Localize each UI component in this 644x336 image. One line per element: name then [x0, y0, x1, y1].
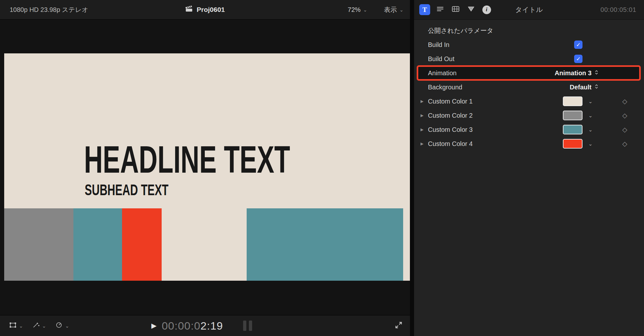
- pane-divider[interactable]: [410, 0, 414, 336]
- param-label: Custom Color 2: [428, 112, 473, 119]
- keyframe-diamond-icon[interactable]: ◇: [622, 97, 627, 105]
- color-swatch[interactable]: [563, 125, 582, 134]
- chevron-up-down-icon: [594, 84, 599, 91]
- keyframe-diamond-icon[interactable]: ◇: [622, 126, 627, 133]
- retime-speedometer-icon: [55, 322, 63, 330]
- build-out-checkbox[interactable]: ✓: [574, 55, 582, 63]
- chevron-down-icon: ⌄: [42, 323, 46, 328]
- zoom-level-dropdown[interactable]: 72% ⌄: [348, 6, 367, 14]
- param-label: Animation: [428, 69, 457, 77]
- retime-tool-button[interactable]: ⌄: [55, 322, 69, 330]
- disclosure-triangle-icon[interactable]: ▶: [421, 113, 423, 118]
- color-bar-gray: [4, 208, 73, 281]
- check-icon: ✓: [576, 56, 581, 62]
- chevron-down-icon[interactable]: ⌄: [588, 141, 592, 147]
- magic-wand-icon: [32, 322, 40, 330]
- play-button[interactable]: ▶: [151, 322, 156, 330]
- published-parameters-header: 公開されたパラメータ: [428, 26, 493, 35]
- transform-tool-icon: [9, 322, 17, 330]
- tab-video-inspector[interactable]: [450, 4, 461, 15]
- fullscreen-button[interactable]: [394, 315, 403, 336]
- param-row-build-out: Build Out ✓: [414, 52, 644, 66]
- param-label: Background: [428, 84, 462, 91]
- param-row-custom-color-2: ▶ Custom Color 2 ⌄ ◇: [414, 108, 644, 123]
- animation-value: Animation 3: [555, 69, 592, 77]
- section-header-row: 公開されたパラメータ: [414, 23, 644, 38]
- param-label: Custom Color 3: [428, 126, 473, 133]
- param-label: Build Out: [428, 55, 454, 63]
- enhance-tool-button[interactable]: ⌄: [32, 322, 46, 330]
- animation-popup-button[interactable]: Animation 3: [555, 66, 599, 80]
- background-popup-button[interactable]: Default: [570, 80, 599, 94]
- headline-text: HEADLINE TEXT: [84, 138, 290, 181]
- inspector-topbar: T: [414, 0, 644, 20]
- chevron-down-icon: ⌄: [65, 323, 69, 328]
- audio-meters[interactable]: [243, 321, 252, 331]
- param-label: Custom Color 1: [428, 98, 473, 105]
- color-bar-teal: [73, 208, 122, 281]
- chevron-down-icon[interactable]: ⌄: [588, 127, 592, 133]
- film-frame-icon: [452, 6, 459, 14]
- background-value: Default: [570, 84, 592, 91]
- text-lines-icon: [436, 6, 444, 14]
- keyframe-diamond-icon[interactable]: ◇: [622, 140, 627, 148]
- view-label: 表示: [384, 5, 397, 14]
- disclosure-triangle-icon[interactable]: ▶: [421, 127, 423, 132]
- param-row-background: Background Default: [414, 80, 644, 94]
- chevron-down-icon: ⌄: [399, 7, 403, 12]
- clapperboard-icon: [185, 5, 193, 14]
- tab-color-inspector[interactable]: [466, 4, 477, 15]
- audio-meter-right: [249, 321, 252, 331]
- color-board-icon: [467, 6, 475, 14]
- color-bar-teal-large: [247, 208, 403, 281]
- viewer-tools: ⌄ ⌄: [9, 315, 69, 336]
- param-row-custom-color-1: ▶ Custom Color 1 ⌄ ◇: [414, 94, 644, 108]
- viewer-pane: 1080p HD 23.98p ステレオ Proj0601: [0, 0, 410, 336]
- chevron-down-icon[interactable]: ⌄: [588, 98, 592, 104]
- param-row-animation: Animation Animation 3: [414, 66, 644, 80]
- disclosure-triangle-icon[interactable]: ▶: [421, 99, 423, 104]
- view-dropdown[interactable]: 表示 ⌄: [384, 5, 403, 14]
- build-in-checkbox[interactable]: ✓: [574, 41, 582, 49]
- color-swatch[interactable]: [563, 111, 582, 120]
- chevron-up-down-icon: [594, 69, 599, 77]
- chevron-down-icon[interactable]: ⌄: [588, 113, 592, 119]
- color-swatch[interactable]: [563, 96, 582, 106]
- viewer-toolbar: ⌄ ⌄: [0, 315, 410, 336]
- audio-meter-left: [243, 321, 246, 331]
- clip-duration: 00:00:05:01: [601, 0, 636, 19]
- chevron-down-icon: ⌄: [363, 7, 367, 12]
- info-icon: i: [482, 5, 491, 14]
- param-row-custom-color-3: ▶ Custom Color 3 ⌄ ◇: [414, 123, 644, 137]
- viewer-topbar-controls: 72% ⌄ 表示 ⌄: [348, 0, 403, 19]
- inspector-body: 公開されたパラメータ Build In ✓ Build Out ✓ Animat…: [414, 20, 644, 336]
- video-canvas: HEADLINE TEXT SUBHEAD TEXT: [4, 53, 410, 281]
- keyframe-diamond-icon[interactable]: ◇: [622, 112, 627, 119]
- param-row-build-in: Build In ✓: [414, 38, 644, 52]
- fcp-window: 1080p HD 23.98p ステレオ Proj0601: [0, 0, 644, 336]
- param-label: Build In: [428, 41, 450, 49]
- fullscreen-icon: [394, 321, 403, 331]
- project-name: Proj0601: [197, 6, 225, 14]
- param-row-custom-color-4: ▶ Custom Color 4 ⌄ ◇: [414, 137, 644, 151]
- tab-info-inspector[interactable]: i: [481, 4, 492, 15]
- viewer-topbar: 1080p HD 23.98p ステレオ Proj0601: [0, 0, 410, 20]
- letter-t-icon: T: [422, 6, 427, 14]
- timecode-bright: 2:19: [201, 320, 223, 332]
- inspector-pane: T: [414, 0, 644, 336]
- subhead-text: SUBHEAD TEXT: [85, 181, 168, 199]
- chevron-down-icon: ⌄: [19, 323, 23, 328]
- tab-text-inspector[interactable]: [435, 4, 446, 15]
- check-icon: ✓: [576, 41, 581, 48]
- timecode-dim: 00:00:0: [162, 320, 200, 332]
- color-swatch[interactable]: [563, 139, 582, 149]
- disclosure-triangle-icon[interactable]: ▶: [421, 141, 423, 146]
- playhead-timecode: 00:00:02:19: [162, 320, 223, 332]
- inspector-tabs: T: [419, 0, 492, 19]
- tab-title-inspector[interactable]: T: [419, 4, 430, 15]
- param-label: Custom Color 4: [428, 140, 473, 148]
- playback-group: ▶ 00:00:02:19: [151, 315, 252, 336]
- color-bar-red: [122, 208, 162, 281]
- zoom-level: 72%: [348, 6, 361, 14]
- transform-tool-button[interactable]: ⌄: [9, 322, 23, 330]
